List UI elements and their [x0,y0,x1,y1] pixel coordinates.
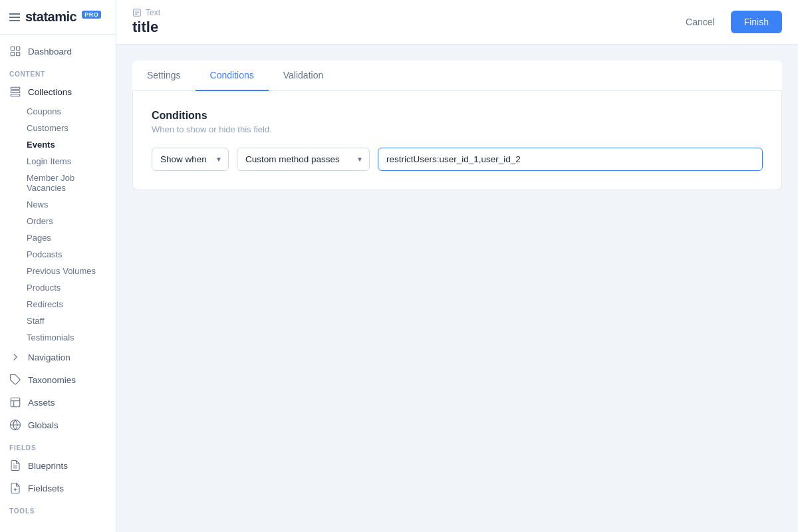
sidebar-item-globals[interactable]: Globals [0,414,116,436]
topbar-right: Cancel Finish [678,11,782,33]
sub-item-events[interactable]: Events [0,136,116,153]
sub-item-podcasts[interactable]: Podcasts [0,246,116,263]
sub-item-previous-volumes[interactable]: Previous Volumes [0,263,116,279]
method-select[interactable]: Custom method passes Field is Field cont… [237,148,370,171]
navigation-icon [9,351,21,363]
sub-item-news[interactable]: News [0,196,116,213]
sidebar: statamic PRO Dashboard CONTENT Collectio… [0,0,116,532]
hamburger-icon[interactable] [9,13,20,21]
sub-item-pages[interactable]: Pages [0,229,116,246]
conditions-panel: Conditions When to show or hide this fie… [132,91,782,190]
content-area: Settings Conditions Validation Condition… [116,45,798,532]
sub-item-testimonials[interactable]: Testimonials [0,329,116,346]
show-when-wrapper: Show when Hide when ▼ [152,148,229,171]
taxonomies-icon [9,374,21,386]
sub-item-coupons[interactable]: Coupons [0,103,116,120]
topbar: Text title Cancel Finish [116,0,798,45]
show-when-select[interactable]: Show when Hide when [152,148,229,171]
logo-text: statamic [25,9,76,25]
sub-item-orders[interactable]: Orders [0,213,116,229]
sub-item-redirects[interactable]: Redirects [0,296,116,313]
sidebar-item-assets[interactable]: Assets [0,391,116,414]
assets-label: Assets [28,398,55,408]
condition-value-input[interactable] [378,148,763,171]
svg-rect-0 [11,47,14,50]
conditions-description: When to show or hide this field. [152,124,763,134]
field-type-text: Text [146,8,160,17]
sub-item-staff[interactable]: Staff [0,313,116,329]
topbar-left: Text title [132,8,160,36]
cancel-button[interactable]: Cancel [678,11,723,33]
text-field-icon [132,8,142,17]
section-label-tools: TOOLS [0,499,116,517]
conditions-title: Conditions [152,110,763,122]
sidebar-header: statamic PRO [0,0,116,35]
tab-conditions[interactable]: Conditions [196,61,269,91]
tab-validation[interactable]: Validation [269,61,338,91]
fieldsets-icon [9,482,21,494]
collections-label: Collections [28,87,72,97]
dashboard-label: Dashboard [28,47,72,57]
dashboard-icon [9,45,21,57]
assets-icon [9,396,21,408]
taxonomies-label: Taxonomies [28,375,76,385]
sidebar-item-collections[interactable]: Collections [0,80,116,103]
sidebar-item-blueprints[interactable]: Blueprints [0,454,116,477]
field-type-label: Text [132,8,160,17]
sub-item-login-items[interactable]: Login Items [0,153,116,170]
sub-item-customers[interactable]: Customers [0,120,116,136]
section-label-fields: FIELDS [0,436,116,454]
svg-rect-6 [11,94,20,96]
sub-item-member-job-vacancies[interactable]: Member Job Vacancies [0,170,116,196]
sidebar-navigation: Dashboard CONTENT Collections Coupons Cu… [0,35,116,523]
svg-rect-2 [11,53,14,56]
method-wrapper: Custom method passes Field is Field cont… [237,148,370,171]
tab-bar: Settings Conditions Validation [132,61,782,91]
sidebar-item-dashboard[interactable]: Dashboard [0,40,116,63]
svg-rect-1 [17,47,20,50]
collections-icon [9,86,21,98]
field-title: title [132,19,160,36]
globals-label: Globals [28,420,59,430]
globals-icon [9,419,21,431]
navigation-label: Navigation [28,352,70,362]
sidebar-item-navigation[interactable]: Navigation [0,346,116,368]
svg-rect-3 [17,53,20,56]
conditions-row: Show when Hide when ▼ Custom method pass… [152,148,763,171]
fieldsets-label: Fieldsets [28,483,64,493]
pro-badge: PRO [82,11,101,19]
tab-settings[interactable]: Settings [132,61,196,91]
sub-item-products[interactable]: Products [0,279,116,296]
main-content: Text title Cancel Finish Settings Condit… [116,0,798,532]
svg-rect-4 [11,87,20,89]
blueprints-icon [9,460,21,471]
svg-rect-8 [11,398,20,407]
svg-rect-5 [11,91,20,93]
sidebar-item-fieldsets[interactable]: Fieldsets [0,477,116,499]
finish-button[interactable]: Finish [731,11,782,33]
blueprints-label: Blueprints [28,461,68,471]
sidebar-item-taxonomies[interactable]: Taxonomies [0,368,116,391]
section-label-content: CONTENT [0,63,116,80]
